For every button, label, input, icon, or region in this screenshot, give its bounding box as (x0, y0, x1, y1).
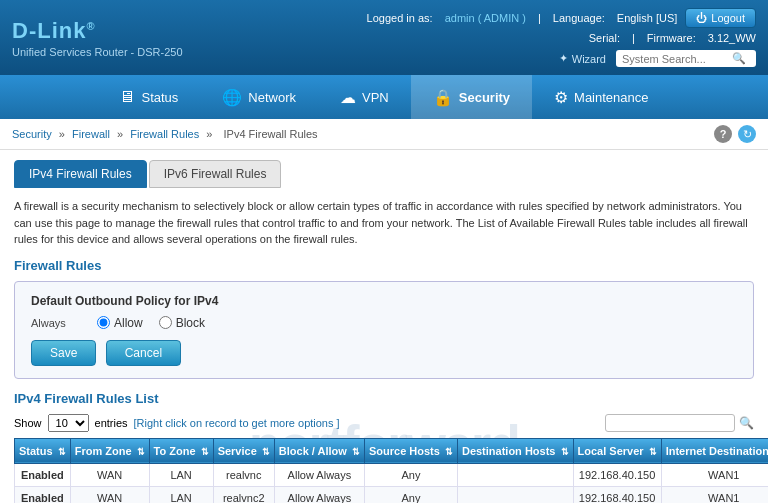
sort-icon-dest-hosts: ⇅ (561, 447, 569, 457)
col-internet-dest[interactable]: Internet Destination ⇅ (661, 438, 768, 463)
search-icon[interactable]: 🔍 (732, 52, 746, 65)
cell-service: realvnc (213, 463, 274, 486)
login-info: Logged in as: admin ( ADMIN ) | Language… (367, 12, 678, 24)
tab-ipv6[interactable]: IPv6 Firewall Rules (149, 160, 282, 188)
policy-buttons: Save Cancel (31, 340, 737, 366)
serial-label: Serial: (589, 32, 620, 44)
cell-source-hosts: Any (364, 463, 457, 486)
table-title: IPv4 Firewall Rules List (14, 391, 754, 406)
firmware-value: 3.12_WW (708, 32, 756, 44)
cell-to-zone: LAN (149, 463, 213, 486)
col-destination-hosts[interactable]: Destination Hosts ⇅ (457, 438, 573, 463)
sort-icon-to-zone: ⇅ (201, 447, 209, 457)
nav-vpn[interactable]: ☁ VPN (318, 75, 411, 119)
breadcrumb-firewall-rules[interactable]: Firewall Rules (130, 128, 199, 140)
firmware-label: Firmware: (647, 32, 696, 44)
wizard-area[interactable]: ✦ Wizard (559, 52, 606, 65)
table-search-input[interactable] (605, 414, 735, 432)
sort-icon-status: ⇅ (58, 447, 66, 457)
cell-internet-destination: WAN1 (661, 486, 768, 503)
col-from-zone[interactable]: From Zone ⇅ (70, 438, 149, 463)
cell-from-zone: WAN (70, 463, 149, 486)
tab-ipv4-label: IPv4 Firewall Rules (29, 167, 132, 181)
table-row[interactable]: EnabledWANLANrealvnc2Allow AlwaysAny192.… (15, 486, 769, 503)
breadcrumb-firewall[interactable]: Firewall (72, 128, 110, 140)
network-icon: 🌐 (222, 88, 242, 107)
system-search[interactable]: 🔍 (616, 50, 756, 67)
section-title: Firewall Rules (14, 258, 754, 273)
entries-select[interactable]: 10 25 50 (48, 414, 89, 432)
cell-service: realvnc2 (213, 486, 274, 503)
logo-area: D-Link® Unified Services Router - DSR-25… (12, 18, 183, 58)
nav-maintenance-label: Maintenance (574, 90, 648, 105)
cell-destination-hosts (457, 463, 573, 486)
brand-subtitle: Unified Services Router - DSR-250 (12, 46, 183, 58)
tab-ipv4[interactable]: IPv4 Firewall Rules (14, 160, 147, 188)
radio-allow[interactable]: Allow (97, 316, 143, 330)
nav-status[interactable]: 🖥 Status (97, 75, 200, 119)
nav-security[interactable]: 🔒 Security (411, 75, 532, 119)
help-button[interactable]: ? (714, 125, 732, 143)
col-service[interactable]: Service ⇅ (213, 438, 274, 463)
radio-allow-input[interactable] (97, 316, 110, 329)
breadcrumb-bar: Security » Firewall » Firewall Rules » I… (0, 119, 768, 150)
search-input[interactable] (622, 53, 732, 65)
table-header-row: Status ⇅ From Zone ⇅ To Zone ⇅ Service ⇅ (15, 438, 769, 463)
radio-allow-label: Allow (114, 316, 143, 330)
show-entries: Show 10 25 50 entries [Right click on re… (14, 414, 340, 432)
col-local-server[interactable]: Local Server ⇅ (573, 438, 661, 463)
policy-label: Always (31, 317, 81, 329)
col-block-allow[interactable]: Block / Allow ⇅ (274, 438, 364, 463)
brand-logo: D-Link® (12, 18, 183, 44)
status-icon: 🖥 (119, 88, 135, 106)
save-button[interactable]: Save (31, 340, 96, 366)
power-icon: ⏻ (696, 12, 707, 24)
brand-name: D-Link (12, 18, 86, 43)
sort-icon-from-zone: ⇅ (137, 447, 145, 457)
nav-maintenance[interactable]: ⚙ Maintenance (532, 75, 670, 119)
nav-network[interactable]: 🌐 Network (200, 75, 318, 119)
show-label: Show (14, 417, 42, 429)
table-controls: Show 10 25 50 entries [Right click on re… (14, 414, 754, 432)
separator2: | (632, 32, 635, 44)
refresh-button[interactable]: ↻ (738, 125, 756, 143)
col-status[interactable]: Status ⇅ (15, 438, 71, 463)
logout-button[interactable]: ⏻ Logout (685, 8, 756, 28)
policy-radio-group: Allow Block (97, 316, 205, 330)
tab-bar: IPv4 Firewall Rules IPv6 Firewall Rules (14, 160, 754, 188)
breadcrumb-security[interactable]: Security (12, 128, 52, 140)
nav-security-label: Security (459, 90, 510, 105)
maintenance-icon: ⚙ (554, 88, 568, 107)
cell-destination-hosts (457, 486, 573, 503)
security-icon: 🔒 (433, 88, 453, 107)
nav-bar: 🖥 Status 🌐 Network ☁ VPN 🔒 Security ⚙ Ma… (0, 75, 768, 119)
cell-local-server: 192.168.40.150 (573, 463, 661, 486)
table-row[interactable]: EnabledWANLANrealvncAllow AlwaysAny192.1… (15, 463, 769, 486)
cancel-button[interactable]: Cancel (106, 340, 181, 366)
logout-label: Logout (711, 12, 745, 24)
cell-status: Enabled (15, 463, 71, 486)
sort-icon-source-hosts: ⇅ (445, 447, 453, 457)
table-search-icon[interactable]: 🔍 (739, 416, 754, 430)
col-to-zone[interactable]: To Zone ⇅ (149, 438, 213, 463)
radio-block[interactable]: Block (159, 316, 205, 330)
main-content: IPv4 Firewall Rules IPv6 Firewall Rules … (0, 150, 768, 503)
table-section: IPv4 Firewall Rules List portforward Sho… (14, 391, 754, 504)
breadcrumb-current: IPv4 Firewall Rules (223, 128, 317, 140)
header-right: Logged in as: admin ( ADMIN ) | Language… (367, 8, 756, 67)
wizard-icon: ✦ (559, 52, 568, 65)
nav-network-label: Network (248, 90, 296, 105)
sort-icon-local-server: ⇅ (649, 447, 657, 457)
radio-block-label: Block (176, 316, 205, 330)
admin-link[interactable]: admin ( ADMIN ) (445, 12, 526, 24)
col-source-hosts[interactable]: Source Hosts ⇅ (364, 438, 457, 463)
vpn-icon: ☁ (340, 88, 356, 107)
logged-in-label: Logged in as: (367, 12, 433, 24)
table-body: EnabledWANLANrealvncAllow AlwaysAny192.1… (15, 463, 769, 503)
description-text: A firewall is a security mechanism to se… (14, 198, 754, 248)
radio-block-input[interactable] (159, 316, 172, 329)
serial-info: Serial: | Firmware: 3.12_WW (589, 32, 756, 44)
nav-status-label: Status (141, 90, 178, 105)
nav-vpn-label: VPN (362, 90, 389, 105)
sort-icon-block-allow: ⇅ (352, 447, 360, 457)
